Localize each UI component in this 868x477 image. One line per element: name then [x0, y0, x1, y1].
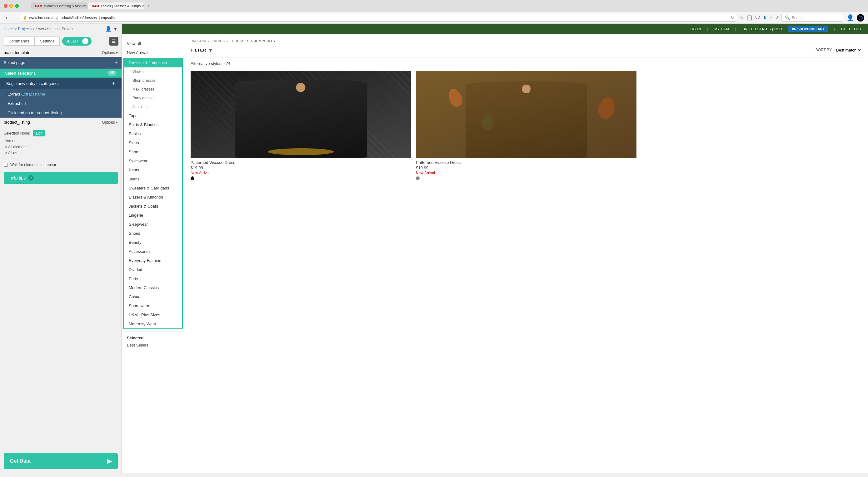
refresh-icon[interactable]: ↻ — [731, 15, 734, 20]
sidebar-item-pants[interactable]: Pants — [124, 165, 182, 174]
hamburger-menu-button[interactable]: ☰ — [110, 37, 118, 45]
filter-button[interactable]: FILTER ▾ — [191, 46, 212, 54]
hm-checkout-link[interactable]: CHECKOUT — [841, 27, 862, 31]
sort-select[interactable]: Best match — [835, 47, 862, 53]
download-icon[interactable]: ⬇ — [763, 15, 767, 21]
sidebar-item-blazers-kimonos[interactable]: Blazers & Kimonos — [124, 193, 182, 202]
product-card-1[interactable]: Patterned Viscose Dress $19.99 New Arriv… — [191, 71, 411, 180]
shopping-bag-icon: 🛍 — [792, 27, 796, 31]
breadcrumb-ladies[interactable]: LADIES — [212, 39, 225, 43]
select-toggle[interactable]: SELECT — [62, 37, 91, 45]
new-entry-add-button[interactable]: + — [112, 80, 115, 87]
sidebar-item-skirts[interactable]: Skirts — [124, 138, 182, 147]
main-template-options-button[interactable]: Options ▾ — [102, 50, 118, 55]
hm-login-link[interactable]: LOG IN — [688, 27, 701, 31]
sidebar-item-sweaters-cardigans[interactable]: Sweaters & Cardigans — [124, 183, 182, 193]
hm-country-link[interactable]: UNITED STATES | USD — [742, 27, 782, 31]
breadcrumb-hm-com[interactable]: HM.COM — [191, 39, 206, 43]
sidebar-item-jumpsuits[interactable]: Jumpsuits — [124, 102, 182, 111]
sidebar-item-hm-plus[interactable]: H&M+ Plus Sizes — [124, 310, 182, 319]
sidebar-item-short-dresses[interactable]: Short dresses — [124, 76, 182, 85]
sidebar-item-sportswear[interactable]: Sportswear — [124, 301, 182, 310]
nav-icons: ☆ 📋 🛡 ⬇ ⌂ ↗ — [740, 15, 779, 21]
sidebar-item-accessories[interactable]: Accessories — [124, 247, 182, 256]
help-tips-button[interactable]: help tips ? — [4, 172, 118, 184]
sidebar-item-basics[interactable]: Basics — [124, 129, 182, 138]
shopping-bag-button[interactable]: 🛍 SHOPPING BAG — [788, 26, 828, 32]
home-icon[interactable]: ⌂ — [769, 15, 772, 21]
breadcrumb-home[interactable]: Home — [4, 27, 14, 31]
breadcrumb-hm-sep2: / — [227, 39, 229, 43]
reader-icon[interactable]: 📋 — [746, 15, 753, 21]
sidebar-item-maternity-wear[interactable]: Maternity Wear — [124, 319, 182, 329]
sidebar-item-sleepwear[interactable]: Sleepwear — [124, 220, 182, 229]
selection1-count: 25 — [107, 71, 117, 75]
avatar-button[interactable]: 👤 — [105, 26, 112, 32]
selection1-row[interactable]: Select selection1 25 — [0, 69, 122, 78]
tab1-favicon: H&M — [35, 4, 42, 8]
sidebar-item-dresses-jumpsuits[interactable]: Dresses & Jumpsuits — [124, 58, 182, 67]
minimize-traffic-light[interactable] — [9, 4, 13, 8]
new-entry-row[interactable]: Begin new entry in categories + — [0, 78, 122, 90]
share-icon[interactable]: ↗ — [775, 15, 779, 21]
hm-my-hm-link[interactable]: MY H&M — [714, 27, 729, 31]
extract-name-row[interactable]: Extract Extract name — [0, 90, 122, 99]
sidebar-item-beauty[interactable]: Beauty — [124, 238, 182, 247]
get-data-label: Get Data — [10, 458, 31, 464]
product-listing-options-button[interactable]: Options ▾ — [102, 120, 118, 125]
product-price-2: $19.99 — [416, 165, 636, 170]
extension-icon[interactable]: ⊙ — [857, 14, 864, 22]
search-magnifier-icon: 🔍 — [785, 15, 790, 20]
url-bar[interactable]: 🔒 www.hm.com/us/products/ladies/dresses_… — [20, 14, 737, 22]
main-template-header: main_template Options ▾ — [0, 48, 122, 57]
profile-icon[interactable]: 👤 — [846, 14, 854, 22]
sidebar-item-maxi-dresses[interactable]: Maxi dresses — [124, 85, 182, 94]
sidebar-item-tops[interactable]: Tops — [124, 111, 182, 120]
select-page-add-button[interactable]: + — [114, 59, 118, 66]
sidebar-item-everyday-fashion[interactable]: Everyday Fashion — [124, 256, 182, 265]
browser-search-bar[interactable]: 🔍 — [781, 14, 844, 22]
star-icon[interactable]: ☆ — [740, 15, 744, 21]
tab-commands[interactable]: Commands — [3, 37, 34, 45]
shield-icon[interactable]: 🛡 — [755, 15, 760, 21]
sidebar-item-modern-classics[interactable]: Modern Classics — [124, 283, 182, 292]
selected-item-best-sellers[interactable]: Best Sellers — [122, 341, 153, 350]
sidebar-item-shoes[interactable]: Shoes — [124, 229, 182, 238]
extract-url-row[interactable]: Extract url — [0, 99, 122, 108]
title-bar: H&M Women's clothing & fashion -... ✕ H&… — [0, 0, 868, 12]
sidebar-item-jeans[interactable]: Jeans — [124, 174, 182, 183]
browser-search-input[interactable] — [792, 15, 836, 20]
close-traffic-light[interactable] — [4, 4, 7, 8]
sidebar-item-swimwear[interactable]: Swimwear — [124, 157, 182, 165]
hm-header: LOG IN | MY H&M | UNITED STATES | USD 🛍 … — [122, 24, 868, 34]
sidebar-item-new-arrivals[interactable]: New Arrivals — [122, 48, 184, 57]
forward-button[interactable]: › — [12, 14, 18, 22]
sidebar-item-view-all[interactable]: View all — [122, 39, 184, 48]
select-page-row[interactable]: Select page + — [0, 57, 122, 69]
sidebar-item-shorts[interactable]: Shorts — [124, 147, 182, 157]
tab-1[interactable]: H&M Women's clothing & fashion -... ✕ — [31, 2, 88, 9]
click-go-row[interactable]: Click and go to product_listing — [0, 108, 122, 118]
sidebar-item-lingerie[interactable]: Lingerie — [124, 211, 182, 220]
edit-button[interactable]: Edit — [33, 130, 45, 136]
sidebar-item-casual[interactable]: Casual — [124, 292, 182, 301]
product-card-2[interactable]: Patterned Viscose Dress $19.99 New Arriv… — [416, 71, 636, 180]
tab-settings[interactable]: Settings — [34, 37, 60, 45]
breadcrumb-projects[interactable]: Projects — [18, 27, 32, 31]
sidebar-item-party-dresses[interactable]: Party dresses — [124, 94, 182, 102]
sidebar-item-view-all-sub[interactable]: View all — [124, 67, 182, 76]
product-img-2 — [416, 71, 636, 158]
back-button[interactable]: ‹ — [4, 14, 9, 22]
dropdown-arrow[interactable]: ▼ — [113, 26, 118, 32]
wait-checkbox-row: Wait for elements to appear — [0, 160, 122, 170]
get-data-button[interactable]: Get Data ▶ — [4, 453, 118, 469]
new-tab-button[interactable]: + — [145, 3, 152, 9]
maximize-traffic-light[interactable] — [15, 4, 19, 8]
node-line1: 2nd ul — [5, 138, 118, 144]
sidebar-item-jackets-coats[interactable]: Jackets & Coats — [124, 202, 182, 211]
tab-2[interactable]: H&M Ladies | Dresses & Jumpsuits ... ✕ — [88, 2, 144, 9]
sidebar-item-shirts-blouses[interactable]: Shirts & Blouses — [124, 120, 182, 129]
sidebar-item-divided[interactable]: Divided — [124, 265, 182, 274]
wait-checkbox[interactable] — [4, 163, 8, 167]
sidebar-item-party[interactable]: Party — [124, 274, 182, 283]
